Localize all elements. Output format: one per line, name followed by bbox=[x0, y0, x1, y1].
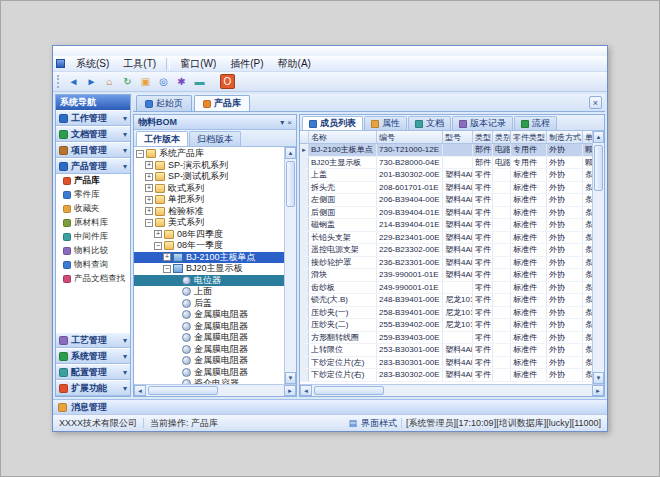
tree-node[interactable]: 金属膜电阻器 bbox=[134, 309, 284, 321]
detail-tab[interactable]: 文档 bbox=[408, 116, 451, 130]
column-header[interactable]: 编号 bbox=[377, 131, 443, 143]
scroll-up-icon[interactable]: ▲ bbox=[285, 147, 296, 159]
tree-expander[interactable]: + bbox=[145, 173, 153, 181]
document-tab[interactable]: 产品库 bbox=[194, 95, 250, 111]
nav-group[interactable]: 文档管理▾ bbox=[56, 126, 130, 142]
tree-node[interactable]: 电位器 bbox=[134, 275, 284, 287]
detail-tab[interactable]: 属性 bbox=[364, 116, 407, 130]
table-row[interactable]: 方形翻转线圈259-B39403-00E零件标准件外协条 bbox=[300, 332, 592, 345]
scroll-right-icon[interactable]: ► bbox=[284, 385, 296, 396]
menu-item[interactable]: 插件(P) bbox=[223, 56, 270, 72]
table-row[interactable]: ►BJ-2100主板单点730-T21000-12E部件电路板专用件外协颗 bbox=[300, 144, 592, 157]
tree-node[interactable]: +单把系列 bbox=[134, 194, 284, 206]
tree-expander[interactable]: − bbox=[145, 219, 153, 227]
table-row[interactable]: 磁钢盖214-B39404-01E塑料4ABS零件标准件外协条 bbox=[300, 219, 592, 232]
table-row[interactable]: 下纱定位片(右)283-B30302-00E塑料4ABS零件标准件外协条 bbox=[300, 369, 592, 382]
scroll-down-icon[interactable]: ▼ bbox=[593, 372, 604, 384]
settings-icon[interactable]: ✱ bbox=[174, 74, 189, 89]
tree-horizontal-scrollbar[interactable]: ◄ ► bbox=[134, 384, 296, 396]
table-row[interactable]: 上转限位253-B30301-00E塑料4ABS零件标准件外协条 bbox=[300, 344, 592, 357]
tree-vertical-scrollbar[interactable]: ▲ ▼ bbox=[284, 147, 296, 384]
tree-expander[interactable]: + bbox=[145, 161, 153, 169]
nav-item[interactable]: 物料比较 bbox=[56, 244, 130, 258]
tree-node[interactable]: 上面 bbox=[134, 286, 284, 298]
panel-menu-icon[interactable]: ▾ bbox=[280, 118, 284, 127]
folder-icon[interactable]: ▣ bbox=[138, 74, 153, 89]
menu-item[interactable]: 帮助(A) bbox=[271, 56, 318, 72]
exit-icon[interactable]: O bbox=[220, 74, 235, 89]
tree-node[interactable]: 金属膜电阻器 bbox=[134, 321, 284, 333]
scroll-right-icon[interactable]: ► bbox=[592, 385, 604, 396]
nav-item[interactable]: 物料查询 bbox=[56, 258, 130, 272]
tree-node[interactable]: 后盖 bbox=[134, 298, 284, 310]
back-icon[interactable]: ◄ bbox=[66, 74, 81, 89]
column-header[interactable]: 类型 bbox=[473, 131, 493, 143]
nav-group[interactable]: 产品管理▾ bbox=[56, 158, 130, 174]
close-tab-button[interactable]: × bbox=[589, 96, 602, 109]
tree-expander[interactable]: + bbox=[145, 196, 153, 204]
nav-item[interactable]: 产品文档查找 bbox=[56, 272, 130, 286]
bom-version-tab[interactable]: 工作版本 bbox=[136, 131, 188, 146]
table-row[interactable]: 滑块239-990001-01E塑料4ABS零件标准件外协条 bbox=[300, 269, 592, 282]
tree-node[interactable]: +SP-测试机系列 bbox=[134, 171, 284, 183]
scroll-left-icon[interactable]: ◄ bbox=[134, 385, 146, 396]
nav-item[interactable]: 零件库 bbox=[56, 188, 130, 202]
tree-node[interactable]: +欧式系列 bbox=[134, 183, 284, 195]
bom-version-tab[interactable]: 归档版本 bbox=[189, 131, 241, 146]
tree-expander[interactable]: − bbox=[136, 150, 144, 158]
table-row[interactable]: 左侧面206-B39404-00E塑料4ABS零件标准件外协条 bbox=[300, 194, 592, 207]
search-icon[interactable]: ◎ bbox=[156, 74, 171, 89]
tree-node[interactable]: +08年四季度 bbox=[134, 229, 284, 241]
toolbar-grip[interactable] bbox=[57, 75, 61, 88]
tree-expander[interactable]: − bbox=[154, 242, 162, 250]
tree-node[interactable]: 金属膜电阻器 bbox=[134, 367, 284, 379]
table-row[interactable]: BJ20主显示板730-B28000-04E部件电路板专用件外协颗 bbox=[300, 157, 592, 170]
tree-node[interactable]: +SP-演示机系列 bbox=[134, 160, 284, 172]
panel-close-icon[interactable]: × bbox=[287, 118, 292, 127]
column-header[interactable]: 类别 bbox=[493, 131, 511, 143]
forward-icon[interactable]: ► bbox=[84, 74, 99, 89]
table-row[interactable]: 上盖201-B30302-00E塑料4ABS零件标准件外协条 bbox=[300, 169, 592, 182]
scroll-left-icon[interactable]: ◄ bbox=[300, 385, 312, 396]
table-row[interactable]: 锁壳(大.B)248-B39401-00E尼龙1010零件标准件外协条 bbox=[300, 294, 592, 307]
table-row[interactable]: 长铅头支架229-B23401-00E塑料4ABS零件标准件外协条 bbox=[300, 232, 592, 245]
table-vertical-scrollbar[interactable]: ▲ ▼ bbox=[592, 131, 604, 384]
detail-tab[interactable]: 成员列表 bbox=[302, 116, 363, 130]
column-header[interactable]: 制造方式 bbox=[547, 131, 583, 143]
tree-node[interactable]: −BJ20主显示板 bbox=[134, 263, 284, 275]
tree-node[interactable]: −08年一季度 bbox=[134, 240, 284, 252]
home-icon[interactable]: ⌂ bbox=[102, 74, 117, 89]
table-row[interactable]: 后侧面209-B39404-01E塑料4ABS零件标准件外协条 bbox=[300, 207, 592, 220]
detail-tab[interactable]: 版本记录 bbox=[452, 116, 513, 130]
table-row[interactable]: 接纱轮护罩236-B23301-00E塑料4ABS零件标准件外协条 bbox=[300, 257, 592, 270]
scroll-down-icon[interactable]: ▼ bbox=[285, 372, 296, 384]
nav-group[interactable]: 扩展功能▾ bbox=[56, 380, 130, 396]
menu-item[interactable]: 系统(S) bbox=[69, 56, 116, 72]
refresh-icon[interactable]: ↻ bbox=[120, 74, 135, 89]
tree-expander[interactable]: + bbox=[145, 207, 153, 215]
scroll-thumb[interactable] bbox=[286, 161, 295, 207]
tree-expander[interactable]: + bbox=[154, 230, 162, 238]
scroll-thumb[interactable] bbox=[594, 145, 603, 191]
column-header[interactable]: 名称 bbox=[309, 131, 377, 143]
nav-group[interactable]: 工艺管理▾ bbox=[56, 332, 130, 348]
tree-node[interactable]: 金属膜电阻器 bbox=[134, 332, 284, 344]
scroll-thumb[interactable] bbox=[314, 386, 384, 395]
ui-style-label[interactable]: 界面样式 bbox=[361, 417, 397, 430]
tree-node[interactable]: +BJ-2100主板单点 bbox=[134, 252, 284, 264]
nav-group[interactable]: 配置管理▾ bbox=[56, 364, 130, 380]
tree-node[interactable]: 金属膜电阻器 bbox=[134, 344, 284, 356]
tree-node[interactable]: −美式系列 bbox=[134, 217, 284, 229]
scroll-track[interactable] bbox=[285, 159, 296, 372]
tree-expander[interactable]: + bbox=[145, 184, 153, 192]
table-horizontal-scrollbar[interactable]: ◄ ► bbox=[300, 384, 604, 396]
scroll-track[interactable] bbox=[312, 385, 592, 396]
nav-item[interactable]: 产品库 bbox=[56, 174, 130, 188]
column-header[interactable]: 型号 bbox=[443, 131, 473, 143]
scroll-track[interactable] bbox=[593, 143, 604, 372]
tree-node[interactable]: 金属膜电阻器 bbox=[134, 355, 284, 367]
detail-tab[interactable]: 流程 bbox=[514, 116, 557, 130]
table-row[interactable]: 压纱夹(一)258-B39401-00E尼龙1010零件标准件外协条 bbox=[300, 307, 592, 320]
nav-item[interactable]: 中间件库 bbox=[56, 230, 130, 244]
nav-group[interactable]: 项目管理▾ bbox=[56, 142, 130, 158]
